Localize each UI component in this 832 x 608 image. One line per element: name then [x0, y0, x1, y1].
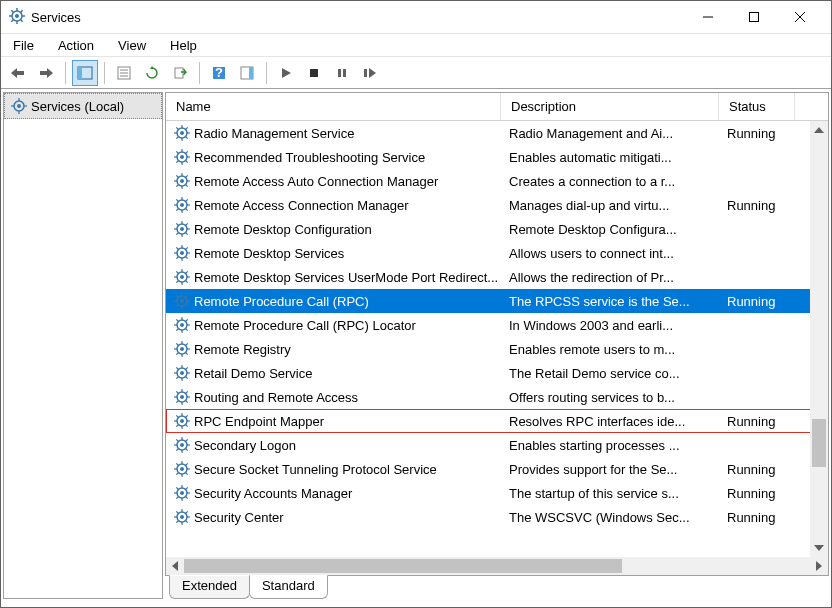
service-row[interactable]: RPC Endpoint MapperResolves RPC interfac…	[166, 409, 828, 433]
svg-line-56	[186, 151, 188, 153]
refresh-button[interactable]	[139, 60, 165, 86]
vertical-scrollbar[interactable]	[810, 121, 828, 557]
restart-service-button[interactable]	[357, 60, 383, 86]
svg-point-78	[180, 227, 184, 231]
svg-text:?: ?	[215, 66, 223, 80]
svg-line-65	[176, 185, 178, 187]
svg-line-186	[186, 463, 188, 465]
service-row[interactable]: Secondary LogonEnables starting processe…	[166, 433, 828, 457]
gear-icon	[174, 269, 190, 285]
properties-button[interactable]	[111, 60, 137, 86]
action-pane-button[interactable]	[234, 60, 260, 86]
scroll-left-icon[interactable]	[166, 557, 184, 575]
svg-line-174	[186, 449, 188, 451]
menu-view[interactable]: View	[114, 36, 150, 55]
horizontal-scrollbar[interactable]	[166, 557, 828, 575]
stop-service-button[interactable]	[301, 60, 327, 86]
minimize-button[interactable]	[685, 1, 731, 33]
service-name: Security Accounts Manager	[194, 486, 352, 501]
svg-line-46	[186, 127, 188, 129]
svg-line-143	[176, 367, 178, 369]
gear-icon	[174, 317, 190, 333]
service-description: Remote Desktop Configura...	[501, 222, 719, 237]
col-header-status[interactable]: Status	[719, 93, 795, 120]
forward-button[interactable]	[33, 60, 59, 86]
service-name: Remote Procedure Call (RPC) Locator	[194, 318, 416, 333]
svg-point-148	[180, 395, 184, 399]
service-row[interactable]: Remote Desktop ConfigurationRemote Deskt…	[166, 217, 828, 241]
svg-point-68	[180, 203, 184, 207]
service-row[interactable]: Remote RegistryEnables remote users to m…	[166, 337, 828, 361]
service-description: Manages dial-up and virtu...	[501, 198, 719, 213]
svg-line-113	[176, 295, 178, 297]
gear-icon	[174, 197, 190, 213]
svg-line-104	[186, 281, 188, 283]
menu-help[interactable]: Help	[166, 36, 201, 55]
gear-icon	[174, 437, 190, 453]
service-description: In Windows 2003 and earli...	[501, 318, 719, 333]
service-name: Remote Desktop Configuration	[194, 222, 372, 237]
scroll-thumb-v[interactable]	[812, 419, 826, 467]
svg-point-188	[180, 491, 184, 495]
service-row[interactable]: Security CenterThe WSCSVC (Windows Sec..…	[166, 505, 828, 529]
service-row[interactable]: Remote Desktop ServicesAllows users to c…	[166, 241, 828, 265]
help-button[interactable]: ?	[206, 60, 232, 86]
service-description: Provides support for the Se...	[501, 462, 719, 477]
scroll-down-icon[interactable]	[810, 539, 828, 557]
svg-line-176	[186, 439, 188, 441]
svg-line-135	[176, 353, 178, 355]
svg-point-58	[180, 179, 184, 183]
service-row[interactable]: Secure Socket Tunneling Protocol Service…	[166, 457, 828, 481]
menu-file[interactable]: File	[9, 36, 38, 55]
menu-action[interactable]: Action	[54, 36, 98, 55]
service-row[interactable]: Radio Management ServiceRadio Management…	[166, 121, 828, 145]
service-row[interactable]: Security Accounts ManagerThe startup of …	[166, 481, 828, 505]
tree-pane: Services (Local)	[3, 92, 163, 599]
service-name: Retail Demo Service	[194, 366, 313, 381]
tab-standard[interactable]: Standard	[249, 575, 328, 599]
scroll-thumb-h[interactable]	[184, 559, 622, 573]
svg-line-123	[176, 319, 178, 321]
service-row[interactable]: Recommended Troubleshooting ServiceEnabl…	[166, 145, 828, 169]
col-header-description[interactable]: Description	[501, 93, 719, 120]
gear-icon	[11, 98, 27, 114]
service-description: Allows users to connect int...	[501, 246, 719, 261]
export-list-button[interactable]	[167, 60, 193, 86]
svg-line-114	[186, 305, 188, 307]
pause-service-button[interactable]	[329, 60, 355, 86]
svg-point-138	[180, 371, 184, 375]
service-row[interactable]: Remote Desktop Services UserMode Port Re…	[166, 265, 828, 289]
view-tabs: Extended Standard	[165, 575, 829, 599]
svg-line-73	[176, 199, 178, 201]
gear-icon	[174, 389, 190, 405]
service-row[interactable]: Routing and Remote AccessOffers routing …	[166, 385, 828, 409]
service-row[interactable]: Remote Access Auto Connection ManagerCre…	[166, 169, 828, 193]
svg-rect-30	[364, 69, 367, 77]
svg-line-76	[186, 199, 188, 201]
service-row[interactable]: Remote Access Connection ManagerManages …	[166, 193, 828, 217]
svg-line-194	[186, 497, 188, 499]
svg-point-198	[180, 515, 184, 519]
gear-icon	[174, 125, 190, 141]
col-header-name[interactable]: Name	[166, 93, 501, 120]
service-description: Allows the redirection of Pr...	[501, 270, 719, 285]
gear-icon	[174, 245, 190, 261]
service-name: Routing and Remote Access	[194, 390, 358, 405]
svg-line-85	[176, 233, 178, 235]
maximize-button[interactable]	[731, 1, 777, 33]
scroll-right-icon[interactable]	[810, 557, 828, 575]
svg-line-154	[186, 401, 188, 403]
service-row[interactable]: Remote Procedure Call (RPC) LocatorIn Wi…	[166, 313, 828, 337]
service-row[interactable]: Retail Demo ServiceThe Retail Demo servi…	[166, 361, 828, 385]
show-hide-tree-button[interactable]	[72, 60, 98, 86]
scroll-up-icon[interactable]	[810, 121, 828, 139]
tree-root-item[interactable]: Services (Local)	[4, 93, 162, 119]
tab-extended[interactable]: Extended	[169, 575, 250, 599]
service-row[interactable]: Remote Procedure Call (RPC)The RPCSS ser…	[166, 289, 828, 313]
back-button[interactable]	[5, 60, 31, 86]
svg-line-7	[21, 19, 23, 21]
close-button[interactable]	[777, 1, 823, 33]
service-name: Remote Procedure Call (RPC)	[194, 294, 369, 309]
start-service-button[interactable]	[273, 60, 299, 86]
svg-point-1	[15, 14, 19, 18]
